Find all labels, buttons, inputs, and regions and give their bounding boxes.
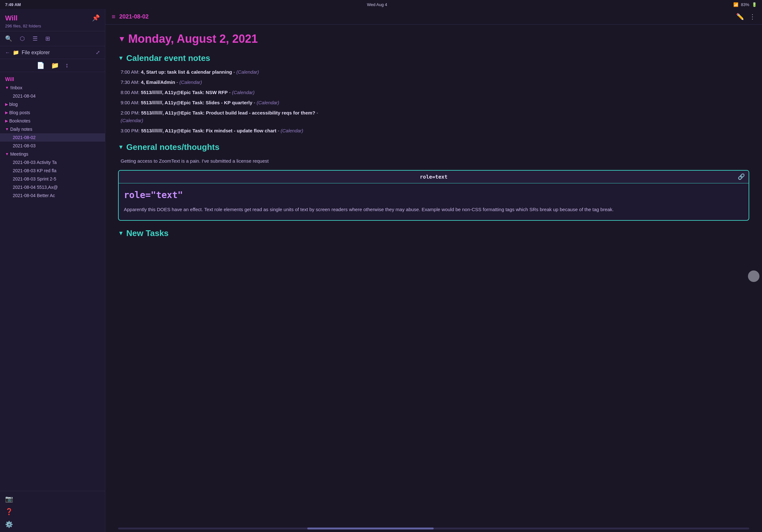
section-label-newtasks: New Tasks xyxy=(126,229,169,238)
sort-icon[interactable]: ↕ xyxy=(65,62,69,69)
more-icon[interactable]: ⋮ xyxy=(749,13,756,21)
hamburger-icon[interactable]: ≡ xyxy=(112,13,115,21)
event-time-4: 9:00 AM: xyxy=(120,100,141,105)
section-label-calendar: Calendar event notes xyxy=(126,53,210,63)
sidebar-item-meeting-2[interactable]: 2021-08-03 KP red fla xyxy=(0,166,105,175)
event-time-2: 7:30 AM: xyxy=(120,79,141,85)
tree-item-label: Daily notes xyxy=(10,127,32,132)
sidebar-item-inbox[interactable]: ▼ !Inbox xyxy=(0,84,105,92)
user-name: Will xyxy=(5,14,41,22)
nav-icon-graph[interactable]: ⬡ xyxy=(20,35,25,42)
arrow-down-icon: ▼ xyxy=(5,152,9,156)
sidebar-item-meeting-4[interactable]: 2021-08-04 5513,Ax@ xyxy=(0,183,105,191)
file-explorer-label: File explorer xyxy=(22,50,50,55)
back-arrow-icon[interactable]: ← xyxy=(5,50,10,55)
sidebar-item-daily-notes[interactable]: ▼ Daily notes xyxy=(0,125,105,133)
sidebar-item-2021-08-03[interactable]: 2021-08-03 xyxy=(0,142,105,150)
content-header-title: 2021-08-02 xyxy=(119,13,149,20)
page-title: ▼ Monday, August 2, 2021 xyxy=(118,32,749,46)
status-bar: 7:49 AM Wed Aug 4 📶 83% 🔋 xyxy=(0,0,762,9)
section-label-general: General notes/thoughts xyxy=(126,142,219,152)
tree-section-will: Will xyxy=(0,75,105,84)
section-heading-newtasks: ▼ New Tasks xyxy=(118,229,749,238)
tree-item-label: 2021-08-03 Sprint 2-5 xyxy=(13,176,56,181)
tree-item-label: 2021-08-03 xyxy=(13,143,36,148)
sidebar-tree: Will ▼ !Inbox 2021-08-04 ▶ blog ▶ Blog p… xyxy=(0,72,105,491)
event-bold-6: 5513////////, A11y@Epic Task: Fix mindse… xyxy=(141,128,276,133)
event-bold-5: 5513////////, A11y@Epic Task: Product bu… xyxy=(141,110,315,115)
event-line-3: 8:00 AM: 5513////////, A11y@Epic Task: N… xyxy=(120,89,749,96)
battery-percent: 83% xyxy=(741,2,749,7)
event-dash-1: - xyxy=(233,69,236,75)
event-dash-2: - xyxy=(177,79,179,85)
sidebar: Will 296 files, 82 folders 📌 🔍 ⬡ ☰ ⊞ ← 📁… xyxy=(0,9,105,532)
event-line-6: 3:00 PM: 5513////////, A11y@Epic Task: F… xyxy=(120,127,749,135)
calendar-events: 7:00 AM: 4, Start up: task list & calend… xyxy=(118,68,749,135)
scroll-indicator xyxy=(748,270,759,282)
event-time-3: 8:00 AM: xyxy=(120,90,141,95)
sidebar-item-meeting-1[interactable]: 2021-08-03 Activity Ta xyxy=(0,158,105,166)
sidebar-item-meetings[interactable]: ▼ Meetings xyxy=(0,150,105,158)
sidebar-item-2021-08-02[interactable]: 2021-08-02 xyxy=(0,133,105,142)
sidebar-item-booknotes[interactable]: ▶ Booknotes xyxy=(0,117,105,125)
sidebar-item-2021-08-04[interactable]: 2021-08-04 xyxy=(0,92,105,100)
event-bold-3: 5513////////, A11y@Epic Task: NSW RFP xyxy=(141,90,228,95)
event-line-1: 7:00 AM: 4, Start up: task list & calend… xyxy=(120,68,749,76)
sidebar-item-blog[interactable]: ▶ blog xyxy=(0,100,105,108)
section-arrow-calendar: ▼ xyxy=(118,55,124,62)
event-bold-2: 4, Email/Admin xyxy=(141,79,175,85)
sidebar-item-blog-posts[interactable]: ▶ Blog posts xyxy=(0,108,105,117)
arrow-down-icon: ▼ xyxy=(5,127,9,131)
event-italic-5: (Calendar) xyxy=(120,118,143,123)
edit-icon[interactable]: ✏️ xyxy=(736,13,744,21)
nav-icon-grid[interactable]: ⊞ xyxy=(45,35,50,42)
arrow-right-icon: ▶ xyxy=(5,102,8,106)
expand-icon[interactable]: ⤢ xyxy=(96,49,100,55)
tree-item-label: 2021-08-04 xyxy=(13,94,36,99)
sidebar-bottom-icons: 📷 ❓ ⚙️ xyxy=(0,491,105,532)
status-right: 📶 83% 🔋 xyxy=(733,2,757,7)
sidebar-item-meeting-5[interactable]: 2021-08-04 Better Ac xyxy=(0,191,105,200)
content-header: ≡ 2021-08-02 ✏️ ⋮ xyxy=(105,9,762,25)
settings-icon[interactable]: ⚙️ xyxy=(5,520,13,528)
nav-icon-search[interactable]: 🔍 xyxy=(5,35,12,42)
event-italic-4: (Calendar) xyxy=(257,100,279,105)
sidebar-item-meeting-3[interactable]: 2021-08-03 Sprint 2-5 xyxy=(0,175,105,183)
new-file-icon[interactable]: 📄 xyxy=(37,62,45,69)
tree-item-label: Booknotes xyxy=(9,118,30,123)
tree-item-label: blog xyxy=(9,102,18,107)
code-block-header-text: role=text xyxy=(420,174,448,180)
event-line-2: 7:30 AM: 4, Email/Admin - (Calendar) xyxy=(120,79,749,86)
arrow-right-icon: ▶ xyxy=(5,110,8,115)
camera-icon[interactable]: 📷 xyxy=(5,495,13,503)
battery-icon: 🔋 xyxy=(752,2,757,7)
event-italic-1: (Calendar) xyxy=(236,69,259,75)
tree-item-label: 2021-08-04 Better Ac xyxy=(13,193,55,198)
arrow-right-icon: ▶ xyxy=(5,119,8,123)
event-bold-4: 5513////////, A11y@Epic Task: Slides - K… xyxy=(141,100,253,105)
tree-item-label: Blog posts xyxy=(9,110,30,115)
event-italic-3: (Calendar) xyxy=(232,90,255,95)
file-explorer-header[interactable]: ← 📁 File explorer ⤢ xyxy=(0,46,105,59)
new-folder-icon[interactable]: 📁 xyxy=(51,62,59,69)
event-italic-2: (Calendar) xyxy=(179,79,202,85)
main-content: ≡ 2021-08-02 ✏️ ⋮ ▼ Monday, August 2, 20… xyxy=(105,9,762,532)
section-heading-general: ▼ General notes/thoughts xyxy=(118,142,749,152)
header-actions: ✏️ ⋮ xyxy=(736,13,756,21)
event-line-4: 9:00 AM: 5513////////, A11y@Epic Task: S… xyxy=(120,99,749,106)
pin-icon[interactable]: 📌 xyxy=(92,14,100,22)
event-line-5: 2:00 PM: 5513////////, A11y@Epic Task: P… xyxy=(120,109,749,124)
question-icon[interactable]: ❓ xyxy=(5,508,13,515)
status-time: 7:49 AM xyxy=(5,2,21,7)
bottom-scrollbar[interactable] xyxy=(118,528,749,529)
page-title-arrow: ▼ xyxy=(118,34,126,43)
new-tasks-section: ▼ New Tasks xyxy=(118,229,749,238)
general-notes-text: Getting access to ZoomText is a pain. I'… xyxy=(118,157,749,165)
event-dash-5: - xyxy=(317,110,318,115)
code-block: role=text 🔗 role="text" Apparently this … xyxy=(118,170,749,221)
wifi-icon: 📶 xyxy=(733,2,738,7)
event-bold-1: 4, Start up: task list & calendar planni… xyxy=(141,69,232,75)
nav-icon-list[interactable]: ☰ xyxy=(33,35,38,42)
code-block-link-icon[interactable]: 🔗 xyxy=(738,173,745,180)
file-count: 296 files, 82 folders xyxy=(5,24,41,29)
